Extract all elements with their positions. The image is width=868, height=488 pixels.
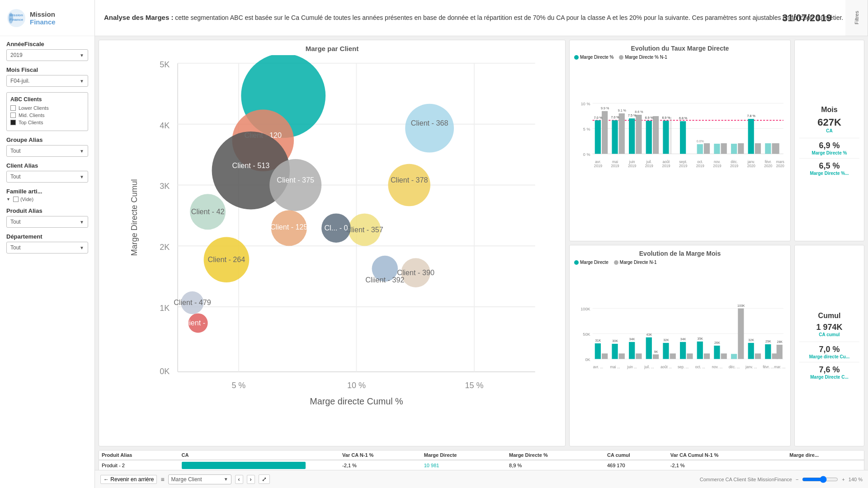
svg-text:3K: 3K — [160, 182, 170, 191]
client-select[interactable]: Tout ▼ — [6, 171, 88, 183]
zoom-minus-icon[interactable]: − — [796, 477, 798, 482]
summary-mois-ca: 627K — [817, 117, 841, 128]
bottom-bar-right: Commerce CA Client Site MissionFinance −… — [700, 476, 863, 483]
bubble-chart-title: Marge par Client — [104, 45, 561, 52]
groupe-select[interactable]: Tout ▼ — [6, 145, 88, 157]
summary-cumul-ca-label: CA cumul — [819, 332, 840, 337]
next-button[interactable]: › — [247, 475, 255, 484]
svg-rect-70 — [629, 118, 635, 154]
abc-top-checkbox[interactable] — [10, 120, 16, 125]
abc-mid[interactable]: Mid. Clients — [10, 113, 84, 118]
content-area: Marge par Client 5K — [95, 36, 868, 470]
svg-text:2019: 2019 — [730, 164, 739, 168]
svg-text:34K: 34K — [680, 338, 686, 341]
svg-rect-151 — [738, 309, 744, 359]
svg-text:juil. ...: juil. ... — [644, 365, 654, 369]
filtres-button[interactable]: Filtres — [845, 0, 868, 36]
svg-text:7.5 %: 7.5 % — [628, 114, 637, 117]
svg-rect-75 — [653, 116, 659, 154]
taux-legend-gray-label: Marge Directe % N-1 — [625, 55, 667, 60]
abc-top[interactable]: Top Clients — [10, 120, 84, 125]
produit-select[interactable]: Tout ▼ — [6, 216, 88, 228]
svg-text:0 %: 0 % — [583, 152, 590, 157]
svg-text:2020: 2020 — [747, 164, 756, 168]
svg-text:mai: mai — [612, 160, 618, 164]
svg-text:août ...: août ... — [660, 365, 672, 369]
svg-rect-74 — [646, 121, 652, 154]
client-chevron: ▼ — [80, 174, 84, 179]
svg-text:Client - 357: Client - 357 — [346, 225, 383, 234]
svg-text:2019: 2019 — [713, 164, 722, 168]
svg-rect-150 — [731, 354, 737, 359]
svg-text:35K: 35K — [697, 337, 703, 341]
departement-chevron: ▼ — [80, 245, 84, 250]
abc-lower[interactable]: Lower Clients — [10, 105, 84, 111]
svg-rect-125 — [595, 343, 601, 359]
summary-cumul-divider2 — [799, 362, 859, 362]
svg-text:31K: 31K — [595, 339, 601, 343]
taux-dot-gray — [619, 55, 623, 60]
groupe-filter-group: Groupe Alias Tout ▼ — [6, 136, 88, 157]
svg-text:9K: 9K — [654, 350, 658, 354]
mois-select[interactable]: F04-juil. ▼ — [6, 75, 88, 87]
marge-dot-gray — [614, 260, 618, 265]
logo-text: Mission Finance — [30, 10, 56, 26]
header: Analyse des Marges : cette segmentation … — [95, 0, 868, 36]
svg-text:nov.: nov. — [714, 160, 721, 164]
taux-legend-gray: Marge Directe % N-1 — [619, 55, 667, 60]
td-produit: Produit - 2 — [99, 460, 179, 470]
client-value: Tout — [10, 174, 21, 180]
client-filter-group: Client Alias Tout ▼ — [6, 162, 88, 183]
expand-button[interactable]: ⤢ — [259, 474, 270, 484]
right-panel: Evolution du Taux Marge Directe Marge Di… — [569, 40, 791, 446]
groupe-chevron: ▼ — [80, 149, 84, 154]
svg-text:0.0%: 0.0% — [697, 140, 704, 143]
svg-text:sep. ...: sep. ... — [678, 365, 689, 369]
analysis-label: Analyse des Marges : — [104, 14, 173, 21]
abc-filter-group: ABC Clients Lower Clients Mid. Clients T… — [6, 92, 88, 131]
svg-rect-77 — [663, 121, 669, 154]
summary-cumul-marge-pct: 7,0 % — [819, 345, 840, 354]
prev-button[interactable]: ‹ — [235, 475, 243, 484]
svg-text:10 %: 10 % — [581, 102, 590, 106]
famille-check[interactable] — [13, 197, 19, 202]
abc-box: ABC Clients Lower Clients Mid. Clients T… — [6, 92, 88, 131]
svg-text:2019: 2019 — [594, 164, 603, 168]
zoom-plus-icon[interactable]: + — [842, 477, 844, 482]
famille-chevron-sm: ▼ — [6, 197, 10, 202]
annee-select[interactable]: 2019 ▼ — [6, 49, 88, 61]
main-area: Analyse des Marges : cette segmentation … — [95, 0, 868, 488]
svg-point-36 — [388, 164, 430, 206]
svg-text:2020: 2020 — [776, 164, 785, 168]
svg-text:Marge Directe Cumul: Marge Directe Cumul — [130, 179, 139, 256]
svg-rect-88 — [738, 143, 744, 154]
departement-select[interactable]: Tout ▼ — [6, 242, 88, 253]
back-button[interactable]: ← Revenir en arrière — [100, 475, 157, 484]
taux-legend-teal-label: Marge Directe % — [580, 55, 613, 60]
famille-filter-group: Famille arti... ▼ (Vide) — [6, 188, 88, 202]
zoom-slider[interactable] — [802, 476, 838, 483]
summary-mois-marge2-pct: 6,5 % — [819, 161, 840, 171]
svg-rect-147 — [714, 346, 720, 359]
svg-point-3 — [9, 13, 13, 23]
abc-mid-checkbox[interactable] — [10, 113, 16, 118]
summary-mois-card: Mois 627K CA 6,9 % Marge Directe % 6,5 %… — [794, 40, 864, 241]
abc-lower-checkbox[interactable] — [10, 105, 16, 111]
svg-text:7.0 %: 7.0 % — [611, 116, 619, 119]
svg-text:oct.: oct. — [697, 160, 703, 164]
view-icon: ≡ — [160, 476, 164, 483]
summary-cumul-divider1 — [799, 342, 859, 342]
td-ca-cumul: 469 170 — [604, 460, 668, 470]
td-var-cumul: -2,1 % — [668, 460, 787, 470]
svg-text:Marge directe Cumul %: Marge directe Cumul % — [310, 396, 403, 406]
svg-text:Cl... - 0: Cl... - 0 — [324, 224, 348, 232]
th-ca: CA — [179, 450, 340, 460]
svg-rect-82 — [697, 144, 703, 154]
groupe-value: Tout — [10, 148, 21, 154]
svg-text:2019: 2019 — [696, 164, 705, 168]
svg-text:2019: 2019 — [662, 164, 670, 168]
svg-text:2020: 2020 — [764, 164, 773, 168]
view-select[interactable]: Marge Client ▼ — [168, 474, 231, 484]
abc-title: ABC Clients — [10, 96, 84, 103]
svg-text:août: août — [663, 160, 670, 164]
